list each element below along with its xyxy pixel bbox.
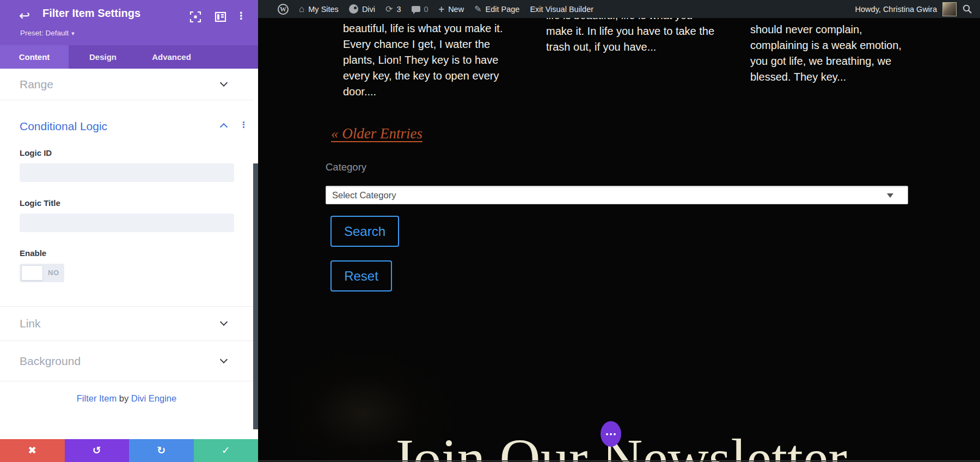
chevron-down-icon[interactable] (220, 355, 228, 363)
chevron-up-icon[interactable] (220, 123, 228, 131)
excerpt-line: Every chance I get, I water the (343, 37, 503, 52)
panel-layout-icon[interactable] (215, 11, 226, 23)
tab-design[interactable]: Design (69, 45, 137, 69)
module-credit: Filter Item by Divi Engine (0, 393, 253, 404)
my-sites-icon: ⌂ (299, 4, 304, 14)
focus-mode-icon[interactable] (189, 11, 201, 23)
panel-title: Filter Item Settings (42, 7, 140, 20)
comments-count: 0 (424, 5, 428, 14)
undo-icon: ↺ (93, 445, 101, 456)
discard-button[interactable]: ✖ (0, 439, 65, 462)
admin-bar-left: W ⌂ My Sites Divi ⟳ 3 0 (258, 4, 855, 15)
row-settings-dots-button[interactable] (601, 421, 621, 447)
filter-item-settings-panel: ↩ Filter Item Settings Preset: Default▾ (0, 0, 258, 462)
excerpt-line: complaining is a weak emotion, (750, 38, 902, 53)
search-icon[interactable] (962, 4, 972, 14)
section-link-label: Link (20, 317, 41, 330)
howdy-account-menu[interactable]: Howdy, Christina Gwira (855, 5, 937, 14)
section-background[interactable]: Background (0, 341, 253, 381)
credit-by-text: by (119, 393, 128, 403)
panel-header: ↩ Filter Item Settings Preset: Default▾ (0, 0, 258, 45)
edit-page-label: Edit Page (486, 5, 520, 14)
enable-label: Enable (20, 248, 46, 258)
redo-button[interactable]: ↻ (129, 439, 194, 462)
section-conditional-logic-label: Conditional Logic (20, 120, 107, 133)
vendor-link[interactable]: Divi Engine (131, 393, 176, 403)
updates-menu[interactable]: ⟳ 3 (385, 5, 401, 14)
comments-icon (412, 6, 420, 12)
toggle-knob[interactable] (21, 265, 43, 281)
panel-action-bar: ✖ ↺ ↻ ✓ (0, 439, 258, 462)
back-icon[interactable]: ↩ (15, 7, 34, 25)
panel-scrollbar[interactable] (253, 163, 258, 429)
chevron-down-icon: ▾ (71, 30, 75, 37)
section-range[interactable]: Range (0, 69, 253, 100)
enable-toggle[interactable]: NO (20, 264, 64, 282)
section-link[interactable]: Link (0, 306, 253, 341)
section-divider (258, 460, 980, 461)
site-preview: beautiful, life is what you make it. Eve… (258, 0, 980, 462)
section-options-kebab-icon[interactable]: ⋮ (240, 120, 247, 130)
section-conditional-logic[interactable]: Conditional Logic ⋮ (0, 114, 253, 139)
user-avatar[interactable] (942, 2, 957, 16)
edit-page-menu[interactable]: ✎ Edit Page (474, 5, 519, 14)
save-button[interactable]: ✓ (194, 439, 259, 462)
pencil-icon: ✎ (474, 5, 481, 14)
excerpt-line: beautiful, life is what you make it. (343, 21, 503, 37)
wordpress-logo-icon[interactable]: W (278, 4, 289, 15)
excerpt-line: you got life, we breathing, we (750, 53, 902, 69)
logic-title-input[interactable] (20, 214, 234, 232)
my-sites-label: My Sites (308, 5, 339, 14)
tab-advanced[interactable]: Advanced (137, 45, 206, 69)
check-icon: ✓ (222, 445, 230, 456)
updates-count: 3 (396, 5, 401, 14)
new-content-menu[interactable]: + New (439, 4, 464, 14)
category-select-value: Select Category (332, 186, 396, 204)
preset-label: Preset: Default (20, 29, 69, 37)
category-select[interactable]: Select Category (326, 186, 908, 204)
blog-excerpt-column-3: should never complain, complaining is a … (750, 22, 902, 85)
category-filter-label: Category (326, 161, 366, 173)
search-button[interactable]: Search (330, 216, 399, 247)
blog-excerpt-column-1: beautiful, life is what you make it. Eve… (343, 21, 503, 100)
excerpt-line: door.... (343, 84, 503, 100)
excerpt-line: every key, the key to open every (343, 68, 503, 84)
exit-visual-builder-button[interactable]: Exit Visual Builder (530, 5, 593, 14)
plus-icon: + (439, 4, 445, 14)
exit-visual-builder-label: Exit Visual Builder (530, 5, 593, 14)
chevron-down-icon[interactable] (220, 78, 228, 86)
chevron-down-icon[interactable] (220, 318, 228, 326)
divi-icon (349, 4, 358, 14)
panel-menu-kebab-icon[interactable]: ⋮ (236, 10, 245, 24)
admin-bar-right: Howdy, Christina Gwira (855, 2, 980, 16)
older-entries-link[interactable]: « Older Entries (331, 125, 422, 142)
excerpt-line: plants, Lion! They key is to have (343, 52, 503, 68)
wp-admin-bar: W ⌂ My Sites Divi ⟳ 3 0 (258, 0, 980, 18)
my-sites-menu[interactable]: ⌂ My Sites (299, 4, 339, 14)
new-label: New (448, 5, 464, 14)
comments-menu[interactable]: 0 (412, 5, 428, 14)
reset-button[interactable]: Reset (330, 260, 392, 291)
excerpt-line: make it. In life you have to take the (546, 23, 714, 39)
divi-menu[interactable]: Divi (349, 4, 375, 14)
updates-icon: ⟳ (385, 5, 393, 14)
logic-title-label: Logic Title (20, 198, 60, 208)
redo-icon: ↻ (157, 445, 166, 456)
excerpt-line: trash out, if you have... (546, 39, 714, 55)
settings-tabs: Content Design Advanced (0, 45, 258, 69)
select-arrow-icon (887, 193, 893, 198)
divi-label: Divi (362, 5, 375, 14)
logic-id-input[interactable] (20, 163, 234, 182)
undo-button[interactable]: ↺ (65, 439, 130, 462)
page-root: ↩ Filter Item Settings Preset: Default▾ (0, 0, 980, 462)
section-range-label: Range (20, 78, 53, 91)
toggle-state-label: NO (48, 264, 59, 282)
preset-selector[interactable]: Preset: Default▾ (20, 29, 75, 37)
section-background-label: Background (20, 355, 81, 368)
logic-id-label: Logic ID (20, 148, 52, 157)
close-icon: ✖ (28, 445, 36, 456)
excerpt-line: should never complain, (750, 22, 902, 38)
tab-content[interactable]: Content (0, 45, 69, 69)
excerpt-line: blessed. They key... (750, 69, 902, 85)
module-name-link[interactable]: Filter Item (77, 393, 117, 403)
